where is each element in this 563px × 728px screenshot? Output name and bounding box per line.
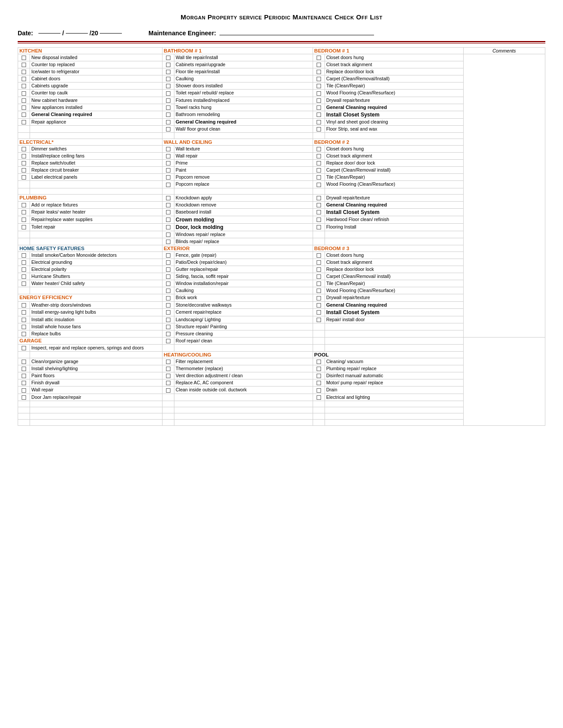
checkbox[interactable] — [317, 310, 321, 315]
checkbox[interactable] — [22, 267, 26, 272]
checkbox[interactable] — [166, 218, 170, 222]
checkbox[interactable] — [22, 113, 26, 117]
checkbox[interactable] — [166, 325, 170, 329]
checkbox[interactable] — [22, 253, 26, 258]
checkbox[interactable] — [166, 332, 170, 336]
checkbox[interactable] — [317, 91, 321, 96]
checkbox[interactable] — [22, 325, 26, 329]
checkbox[interactable] — [166, 374, 170, 378]
checkbox[interactable] — [317, 77, 321, 81]
checkbox[interactable] — [317, 113, 321, 117]
checkbox[interactable] — [317, 203, 321, 207]
checkbox[interactable] — [166, 339, 170, 343]
checkbox[interactable] — [166, 289, 170, 293]
checkbox[interactable] — [22, 388, 26, 393]
checkbox[interactable] — [22, 381, 26, 385]
checkbox[interactable] — [317, 120, 321, 124]
checkbox[interactable] — [166, 105, 170, 110]
checkbox[interactable] — [317, 154, 321, 158]
checkbox[interactable] — [166, 318, 170, 322]
checkbox[interactable] — [166, 253, 170, 258]
checkbox[interactable] — [166, 183, 170, 187]
checkbox[interactable] — [166, 267, 170, 272]
checkbox[interactable] — [317, 127, 321, 131]
checkbox[interactable] — [317, 395, 321, 400]
checkbox[interactable] — [317, 267, 321, 272]
checkbox[interactable] — [166, 84, 170, 88]
checkbox[interactable] — [22, 63, 26, 67]
checkbox[interactable] — [22, 161, 26, 165]
checkbox[interactable] — [166, 98, 170, 103]
checkbox[interactable] — [166, 367, 170, 371]
checkbox[interactable] — [166, 296, 170, 300]
checkbox[interactable] — [166, 233, 170, 237]
checkbox[interactable] — [22, 70, 26, 74]
checkbox[interactable] — [317, 289, 321, 293]
checkbox[interactable] — [317, 161, 321, 165]
checkbox[interactable] — [317, 70, 321, 74]
checkbox[interactable] — [22, 84, 26, 88]
checkbox[interactable] — [317, 274, 321, 279]
checkbox[interactable] — [166, 196, 170, 200]
checkbox[interactable] — [317, 63, 321, 67]
checkbox[interactable] — [317, 218, 321, 222]
checkbox[interactable] — [166, 113, 170, 117]
checkbox[interactable] — [166, 274, 170, 279]
checkbox[interactable] — [166, 360, 170, 364]
checkbox[interactable] — [166, 70, 170, 74]
checkbox[interactable] — [317, 196, 321, 200]
checkbox[interactable] — [166, 175, 170, 180]
checkbox[interactable] — [22, 210, 26, 214]
checkbox[interactable] — [166, 225, 170, 229]
checkbox[interactable] — [166, 127, 170, 131]
checkbox[interactable] — [22, 56, 26, 60]
checkbox[interactable] — [166, 240, 170, 244]
checkbox[interactable] — [317, 210, 321, 214]
checkbox[interactable] — [22, 332, 26, 336]
checkbox[interactable] — [166, 56, 170, 60]
checkbox[interactable] — [166, 203, 170, 207]
checkbox[interactable] — [22, 360, 26, 364]
checkbox[interactable] — [22, 225, 26, 229]
checkbox[interactable] — [166, 260, 170, 265]
checkbox[interactable] — [166, 381, 170, 385]
checkbox[interactable] — [317, 84, 321, 88]
checkbox[interactable] — [22, 274, 26, 279]
checkbox[interactable] — [166, 210, 170, 214]
checkbox[interactable] — [22, 318, 26, 322]
checkbox[interactable] — [166, 168, 170, 173]
checkbox[interactable] — [22, 168, 26, 173]
checkbox[interactable] — [317, 253, 321, 258]
checkbox[interactable] — [22, 147, 26, 151]
checkbox[interactable] — [317, 56, 321, 60]
checkbox[interactable] — [22, 91, 26, 96]
checkbox[interactable] — [317, 388, 321, 393]
checkbox[interactable] — [166, 147, 170, 151]
checkbox[interactable] — [317, 147, 321, 151]
checkbox[interactable] — [22, 120, 26, 124]
checkbox[interactable] — [317, 175, 321, 180]
checkbox[interactable] — [22, 98, 26, 103]
checkbox[interactable] — [166, 161, 170, 165]
checkbox[interactable] — [22, 260, 26, 265]
checkbox[interactable] — [22, 175, 26, 180]
checkbox[interactable] — [22, 154, 26, 158]
checkbox[interactable] — [22, 303, 26, 308]
checkbox[interactable] — [22, 346, 26, 350]
checkbox[interactable] — [22, 77, 26, 81]
checkbox[interactable] — [317, 105, 321, 110]
checkbox[interactable] — [166, 303, 170, 308]
checkbox[interactable] — [166, 281, 170, 286]
checkbox[interactable] — [317, 260, 321, 265]
checkbox[interactable] — [22, 203, 26, 207]
checkbox[interactable] — [166, 388, 170, 393]
checkbox[interactable] — [22, 281, 26, 286]
checkbox[interactable] — [317, 98, 321, 103]
checkbox[interactable] — [22, 310, 26, 315]
checkbox[interactable] — [317, 367, 321, 371]
checkbox[interactable] — [166, 91, 170, 96]
checkbox[interactable] — [22, 105, 26, 110]
checkbox[interactable] — [22, 367, 26, 371]
checkbox[interactable] — [166, 310, 170, 315]
checkbox[interactable] — [317, 225, 321, 229]
